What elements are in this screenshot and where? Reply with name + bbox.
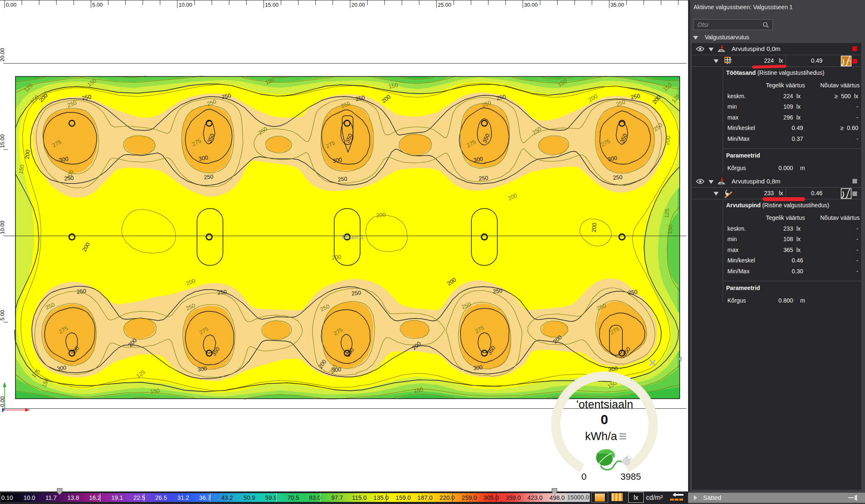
svg-text:5.00: 5.00 — [0, 310, 5, 321]
svg-text:250: 250 — [628, 289, 638, 296]
svg-text:3985: 3985 — [621, 471, 641, 482]
svg-text:0: 0 — [581, 471, 586, 482]
svg-text:150: 150 — [667, 224, 674, 234]
svg-text:200: 200 — [24, 150, 31, 160]
svg-text:30.00: 30.00 — [524, 2, 538, 8]
svg-text:200: 200 — [332, 254, 342, 261]
svg-text:200: 200 — [376, 211, 386, 219]
svg-text:300: 300 — [473, 364, 483, 372]
svg-text:250: 250 — [338, 176, 348, 183]
svg-text:250: 250 — [493, 288, 503, 295]
svg-text:20.00: 20.00 — [351, 2, 365, 8]
svg-text:250: 250 — [77, 288, 87, 295]
svg-text:300: 300 — [56, 364, 67, 372]
svg-text:250: 250 — [479, 175, 489, 182]
svg-text:250: 250 — [351, 290, 361, 297]
svg-text:250: 250 — [613, 174, 623, 181]
svg-text:'otentsiaaln: 'otentsiaaln — [576, 398, 633, 411]
svg-text:250: 250 — [217, 289, 227, 296]
svg-text:15.00: 15.00 — [0, 134, 5, 148]
svg-text:200: 200 — [591, 223, 598, 233]
svg-text:10.00: 10.00 — [179, 2, 192, 8]
svg-text:0: 0 — [601, 412, 608, 427]
svg-text:10.00: 10.00 — [0, 221, 5, 234]
svg-text:250: 250 — [204, 173, 214, 181]
svg-text:20.00: 20.00 — [0, 48, 5, 62]
svg-text:25.00: 25.00 — [438, 2, 452, 8]
svg-text:35.00: 35.00 — [611, 2, 624, 8]
svg-text:150: 150 — [150, 387, 160, 395]
svg-text:15.00: 15.00 — [265, 2, 279, 8]
svg-text:Ruum 1: Ruum 1 — [342, 233, 364, 240]
svg-text:300: 300 — [608, 365, 618, 373]
svg-text:125: 125 — [663, 209, 671, 219]
svg-text:0.00: 0.00 — [6, 2, 16, 8]
svg-text:kWh/a: kWh/a — [585, 430, 618, 443]
svg-text:5.00: 5.00 — [92, 2, 103, 8]
svg-text:300: 300 — [197, 365, 207, 373]
